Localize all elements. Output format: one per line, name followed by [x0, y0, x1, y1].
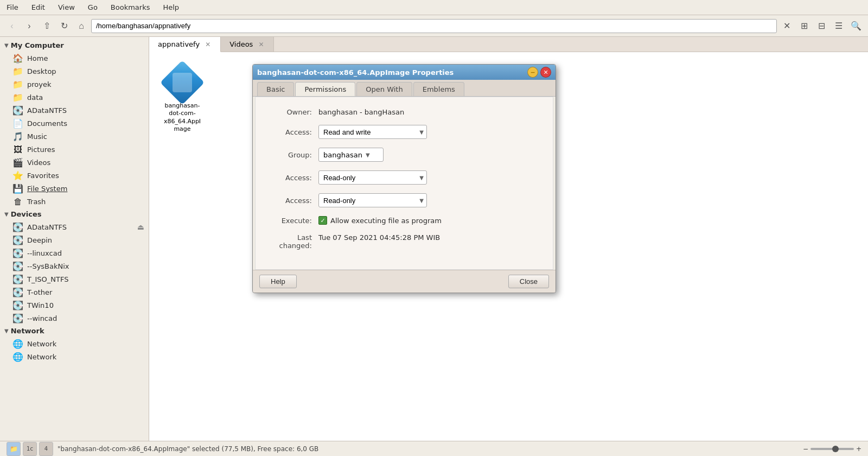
sidebar-item-desktop[interactable]: 📁 Desktop — [0, 65, 149, 78]
filesystem-icon: 💾 — [13, 183, 23, 193]
close-button[interactable]: Close — [508, 275, 549, 288]
wincad-label: --wincad — [27, 314, 57, 322]
execute-checkbox[interactable]: ✓ — [318, 216, 327, 225]
home-label: Home — [27, 54, 48, 62]
sidebar-item-tiso[interactable]: 💽 T_ISO_NTFS — [0, 273, 149, 286]
dialog-tab-basic[interactable]: Basic — [257, 82, 294, 96]
sidebar-item-documents[interactable]: 📄 Documents — [0, 117, 149, 130]
dialog-minimize-button[interactable]: − — [527, 67, 538, 78]
view-icons-button[interactable]: ⊟ — [814, 18, 829, 34]
sidebar-item-trash[interactable]: 🗑 Trash — [0, 195, 149, 208]
sidebar-item-adatantfs-home[interactable]: 💽 ADataNTFS — [0, 104, 149, 117]
sidebar-item-data[interactable]: 📁 data — [0, 91, 149, 104]
zoom-slider[interactable] — [810, 448, 854, 450]
access-others-label: Access: — [269, 197, 312, 205]
tiso-icon: 💽 — [13, 274, 23, 284]
sidebar-item-wincad[interactable]: 💽 --wincad — [0, 312, 149, 325]
dialog-close-titlebar-button[interactable]: ✕ — [540, 67, 551, 78]
sidebar-item-favorites[interactable]: ⭐ Favorites — [0, 169, 149, 182]
sidebar-item-pictures[interactable]: 🖼 Pictures — [0, 143, 149, 156]
status-bar: 📁 1c 4 "banghasan-dot-com-x86_64.AppImag… — [0, 441, 868, 456]
dialog-titlebar: banghasan-dot-com-x86_64.AppImage Proper… — [253, 65, 556, 80]
access-others-select-wrapper: Read and write Read-only Forbidden ▼ — [318, 193, 427, 207]
panel-icon-folder[interactable]: 📁 — [7, 442, 21, 456]
sidebar-item-deepin[interactable]: 💽 Deepin — [0, 233, 149, 246]
bottom-panel-icons: 📁 1c 4 — [7, 442, 53, 456]
zoom-thumb — [832, 446, 839, 452]
dialog-tab-open-with[interactable]: Open With — [356, 82, 412, 96]
sidebar-item-adatantfs[interactable]: 💽 ADataNTFS ⏏ — [0, 220, 149, 233]
toggle-tree-button[interactable]: ⊞ — [796, 18, 812, 34]
dialog-tabs: Basic Permissions Open With Emblems — [253, 80, 556, 97]
dialog-title: banghasan-dot-com-x86_64.AppImage Proper… — [257, 68, 454, 77]
eject-icon[interactable]: ⏏ — [137, 223, 144, 231]
zoom-out-icon[interactable]: − — [803, 445, 808, 453]
documents-label: Documents — [27, 119, 67, 128]
access-group-row: Access: Read and write Read-only Forbidd… — [269, 170, 540, 185]
my-computer-section[interactable]: ▼ My Computer — [0, 39, 149, 52]
panel-icon-1c[interactable]: 1c — [23, 442, 37, 456]
reload-button[interactable]: ↻ — [56, 18, 72, 34]
menu-go[interactable]: Go — [86, 2, 100, 12]
help-button[interactable]: Help — [259, 275, 297, 288]
sidebar-item-network1[interactable]: 🌐 Network — [0, 337, 149, 350]
linuxcad-icon: 💽 — [13, 248, 23, 258]
back-button[interactable]: ‹ — [4, 18, 20, 34]
devices-section[interactable]: ▼ Devices — [0, 208, 149, 220]
menu-view[interactable]: View — [56, 2, 77, 12]
dialog-titlebar-buttons: − ✕ — [527, 67, 551, 78]
zoom-in-icon[interactable]: + — [856, 445, 861, 453]
sidebar-item-home[interactable]: 🏠 Home — [0, 52, 149, 65]
sidebar-item-twin10[interactable]: 💽 TWin10 — [0, 299, 149, 312]
deepin-icon: 💽 — [13, 235, 23, 245]
sidebar-item-sysbaknix[interactable]: 💽 --SysBakNix — [0, 259, 149, 273]
menu-edit[interactable]: Edit — [29, 2, 47, 12]
menu-file[interactable]: File — [4, 2, 21, 12]
twin10-label: TWin10 — [27, 301, 54, 309]
group-select-button[interactable]: banghasan ▼ — [318, 148, 384, 162]
address-bar[interactable] — [91, 19, 777, 33]
access-group-select-wrapper: Read and write Read-only Forbidden ▼ — [318, 170, 427, 185]
dialog-footer: Help Close — [253, 270, 556, 293]
pictures-label: Pictures — [27, 145, 55, 154]
desktop-icon: 📁 — [13, 66, 23, 76]
dialog-tab-emblems[interactable]: Emblems — [413, 82, 464, 96]
access-group-select[interactable]: Read and write Read-only Forbidden — [318, 170, 427, 185]
home-icon: 🏠 — [13, 53, 23, 63]
home-button[interactable]: ⌂ — [74, 18, 89, 34]
clear-address-button[interactable]: ✕ — [779, 18, 794, 34]
forward-button[interactable]: › — [22, 18, 37, 34]
sidebar-item-music[interactable]: 🎵 Music — [0, 130, 149, 143]
sidebar-item-network2[interactable]: 🌐 Network — [0, 350, 149, 363]
access-owner-select-wrapper: Read and write Read-only Forbidden ▼ — [318, 125, 427, 139]
sidebar-item-filesystem[interactable]: 💾 File System — [0, 182, 149, 195]
content-area: appnativefy ✕ Videos ✕ banghasan-dot-com… — [149, 37, 868, 441]
view-list-button[interactable]: ☰ — [831, 18, 846, 34]
access-others-select[interactable]: Read and write Read-only Forbidden — [318, 193, 427, 207]
trash-icon: 🗑 — [13, 197, 23, 206]
devices-label: Devices — [11, 210, 42, 218]
network-section[interactable]: ▼ Network — [0, 325, 149, 337]
adatantfs-home-icon: 💽 — [13, 105, 23, 115]
panel-icon-4[interactable]: 4 — [39, 442, 53, 456]
linuxcad-label: --linuxcad — [27, 249, 62, 257]
sidebar-item-tother[interactable]: 💽 T-other — [0, 286, 149, 299]
trash-label: Trash — [27, 198, 46, 206]
access-owner-select[interactable]: Read and write Read-only Forbidden — [318, 125, 427, 139]
tother-label: T-other — [27, 288, 52, 296]
my-computer-arrow: ▼ — [4, 42, 9, 48]
tother-icon: 💽 — [13, 287, 23, 297]
tiso-label: T_ISO_NTFS — [27, 275, 68, 283]
dialog-tab-permissions[interactable]: Permissions — [295, 82, 355, 96]
menu-help[interactable]: Help — [161, 2, 181, 12]
network1-icon: 🌐 — [13, 339, 23, 349]
execute-label: Execute: — [269, 217, 312, 225]
menu-bookmarks[interactable]: Bookmarks — [108, 2, 152, 12]
dialog-body: Owner: banghasan - bangHasan Access: Rea… — [255, 97, 553, 270]
sidebar-item-proyek[interactable]: 📁 proyek — [0, 78, 149, 91]
search-button[interactable]: 🔍 — [848, 18, 864, 34]
favorites-label: Favorites — [27, 172, 59, 180]
up-button[interactable]: ⇧ — [39, 18, 54, 34]
sidebar-item-videos[interactable]: 🎬 Videos — [0, 156, 149, 169]
sidebar-item-linuxcad[interactable]: 💽 --linuxcad — [0, 246, 149, 259]
